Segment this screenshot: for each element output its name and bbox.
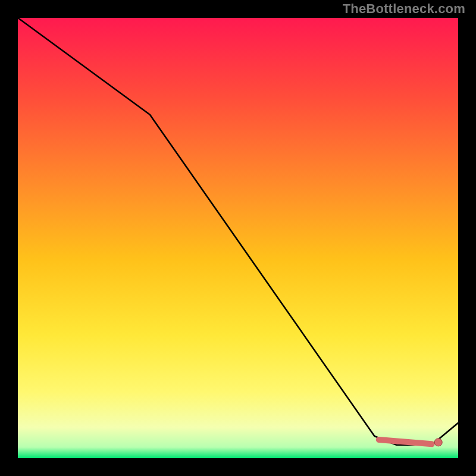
chart-overlay (18, 18, 458, 458)
highlight-point (434, 439, 442, 446)
plot-area (18, 18, 458, 458)
data-line (18, 18, 458, 445)
highlight-segment (379, 440, 432, 444)
watermark-text: TheBottleneck.com (343, 1, 465, 17)
chart-frame: TheBottleneck.com (0, 0, 476, 476)
